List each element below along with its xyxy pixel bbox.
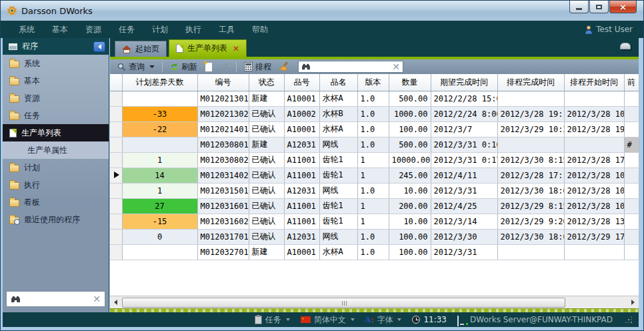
sidebar-search-clear-icon[interactable]: ✕	[93, 294, 101, 304]
tab[interactable]: 起始页	[115, 41, 167, 57]
cell-version[interactable]: 1	[357, 214, 389, 229]
cell-status[interactable]: 新建	[249, 91, 284, 106]
cell-qty[interactable]: 200.00	[389, 198, 431, 214]
cell-qty[interactable]: 10000.00	[389, 152, 431, 168]
cell-extra[interactable]	[624, 229, 639, 244]
cell-sched_end[interactable]: 2012/3/29 9:20	[497, 214, 564, 229]
cell-id[interactable]: M012021302	[197, 106, 249, 121]
cell-version[interactable]: 1.0	[357, 121, 389, 137]
cell-version[interactable]: 1.0	[357, 183, 389, 198]
cell-status[interactable]: 已确认	[249, 183, 284, 198]
cell-item_name[interactable]: 网线	[319, 183, 357, 198]
cell-due[interactable]: 2012/2/24 8:00	[431, 106, 497, 121]
sidebar-item[interactable]: 生产单列表	[3, 124, 109, 141]
language-dropdown[interactable]: 简体中文	[301, 314, 355, 326]
tab[interactable]: 生产单列表✕	[169, 39, 247, 57]
cell-extra[interactable]	[624, 91, 639, 106]
current-user[interactable]: Test User	[585, 21, 633, 38]
column-header[interactable]: 期望完成时间	[431, 74, 497, 91]
cell-due[interactable]: 2012/4/25	[431, 198, 497, 214]
menu-item[interactable]: 工具	[210, 21, 243, 38]
close-button[interactable]: ×	[609, 1, 637, 13]
cell-sched_end[interactable]: 2012/3/30 18:00	[497, 229, 564, 244]
cell-version[interactable]: 1.0	[357, 106, 389, 121]
cell-item_no[interactable]: A10001	[284, 121, 319, 137]
cell-status[interactable]: 已确认	[249, 214, 284, 229]
cell-extra[interactable]	[624, 121, 639, 137]
column-header[interactable]: 版本	[357, 74, 389, 91]
table-row[interactable]: -15M012031602已确认A11001齿轮1110.002012/3/14…	[110, 214, 639, 229]
cell-version[interactable]: 1.0	[357, 137, 389, 152]
table-row[interactable]: 14M012031402已确认A11001齿轮11245.002012/4/11…	[110, 168, 639, 183]
new-button[interactable]	[203, 61, 215, 73]
cell-id[interactable]: M012031601	[197, 198, 249, 214]
row-selector-cell[interactable]	[110, 121, 122, 137]
cell-sched_start[interactable]: 2012/3/28 10:52	[564, 198, 624, 214]
cell-diff[interactable]: 0	[122, 229, 197, 244]
cell-sched_end[interactable]	[497, 244, 564, 260]
cell-extra[interactable]: #	[624, 137, 639, 152]
sidebar-item[interactable]: 计划	[3, 159, 109, 176]
column-header[interactable]: 前	[624, 74, 639, 91]
cell-sched_start[interactable]	[564, 137, 624, 152]
horizontal-scrollbar[interactable]	[110, 296, 639, 308]
cell-item_name[interactable]: 齿轮1	[319, 214, 357, 229]
cell-id[interactable]: M012032701	[197, 244, 249, 260]
cell-qty[interactable]: 500.00	[389, 91, 431, 106]
cell-extra[interactable]	[624, 244, 639, 260]
cell-item_name[interactable]: 齿轮1	[319, 152, 357, 168]
cell-diff[interactable]: -33	[122, 106, 197, 121]
sidebar-item[interactable]: 系统	[3, 55, 109, 72]
cell-item_no[interactable]: A10002	[284, 106, 319, 121]
cell-sched_start[interactable]: 2012/3/28 19:10	[564, 121, 624, 137]
cell-id[interactable]: M012021401	[197, 121, 249, 137]
row-selector-cell[interactable]	[110, 152, 122, 168]
cell-status[interactable]: 新建	[249, 137, 284, 152]
cell-sched_end[interactable]	[497, 91, 564, 106]
cell-qty[interactable]: 100.00	[389, 244, 431, 260]
menu-item[interactable]: 任务	[110, 21, 143, 38]
row-selector-cell[interactable]	[110, 183, 122, 198]
cell-sched_end[interactable]: 2012/3/29 10:20	[497, 121, 564, 137]
cell-diff[interactable]: 27	[122, 198, 197, 214]
cell-id[interactable]: M012031602	[197, 214, 249, 229]
query-button[interactable]: 查询	[115, 61, 157, 73]
cell-item_no[interactable]: A12031	[284, 229, 319, 244]
cell-version[interactable]: 1	[357, 152, 389, 168]
cell-id[interactable]: M012030801	[197, 137, 249, 152]
cell-due[interactable]: 2012/3/31 0:10	[431, 137, 497, 152]
column-header[interactable]: 状态	[249, 74, 284, 91]
cell-item_name[interactable]: 网线	[319, 229, 357, 244]
cell-status[interactable]: 已确认	[249, 121, 284, 137]
sidebar-item[interactable]: 基本	[3, 72, 109, 89]
sidebar-item[interactable]: 任务	[3, 107, 109, 124]
cell-item_no[interactable]: A12031	[284, 137, 319, 152]
cell-sched_end[interactable]: 2012/3/29 8:15	[497, 198, 564, 214]
row-selector-cell[interactable]	[110, 168, 122, 183]
column-header[interactable]: 计划差异天数	[122, 74, 197, 91]
sidebar-item[interactable]: 最近使用的程序	[3, 211, 109, 228]
cell-sched_start[interactable]	[564, 91, 624, 106]
table-row[interactable]: M012021301新建A10001水杯A1.0500.002012/2/28 …	[110, 91, 639, 106]
sidebar-collapse-button[interactable]	[93, 41, 105, 52]
cell-sched_start[interactable]: 2012/3/28 10:52	[564, 168, 624, 183]
cell-item_name[interactable]: 齿轮1	[319, 198, 357, 214]
cell-extra[interactable]	[624, 183, 639, 198]
pin-icon[interactable]	[620, 43, 631, 49]
cell-item_name[interactable]: 网线	[319, 137, 357, 152]
cell-diff[interactable]	[122, 244, 197, 260]
cell-status[interactable]: 已确认	[249, 229, 284, 244]
cell-qty[interactable]: 10.00	[389, 214, 431, 229]
cell-id[interactable]: M012031501	[197, 183, 249, 198]
cell-item_no[interactable]: A11001	[284, 198, 319, 214]
cell-version[interactable]: 1.0	[357, 229, 389, 244]
schedule-button[interactable]: 排程	[242, 61, 273, 73]
cell-item_name[interactable]: 水杯A	[319, 121, 357, 137]
cell-extra[interactable]	[624, 106, 639, 121]
cell-diff[interactable]	[122, 91, 197, 106]
row-selector-cell[interactable]	[110, 244, 122, 260]
column-header[interactable]	[110, 74, 122, 91]
tab-close-icon[interactable]: ✕	[233, 44, 239, 53]
table-row[interactable]: M012032701新建A10001水杯A1.0100.002012/3/31	[110, 244, 639, 260]
sidebar-item[interactable]: 看板	[3, 194, 109, 211]
